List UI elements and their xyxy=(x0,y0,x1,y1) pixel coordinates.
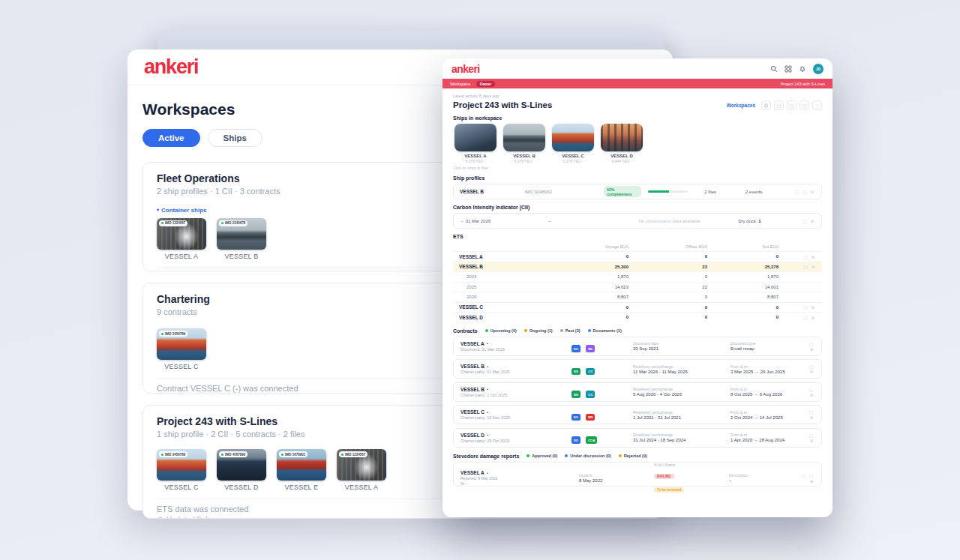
legend-upcoming[interactable]: Upcoming (0) xyxy=(485,328,517,333)
column-value: 3 Mar 2025 → 29 Jun 2025 xyxy=(730,370,802,374)
ets-row-2026[interactable]: 2026 8,807 0 8,807 xyxy=(453,292,822,302)
ship-name: VESSEL D xyxy=(460,433,484,438)
ship-filter-vessel-d[interactable]: VESSEL D 4,944 TEU · xyxy=(599,124,644,163)
tag-ms: MS xyxy=(586,414,595,421)
legend-documents[interactable]: Documents (1) xyxy=(588,328,622,333)
legend-under-discussion[interactable]: Under discussion (0) xyxy=(565,454,610,458)
ets-row-vessel-d[interactable]: VESSEL D 0 0 0 ▢ ⊕ xyxy=(453,312,822,322)
row-action-icons[interactable]: ▢ ▢ ⊕ xyxy=(795,189,815,194)
row-action-icons[interactable]: ▢ ⊕ xyxy=(778,304,816,310)
row-label: VESSEL A xyxy=(459,254,546,259)
bell-icon[interactable] xyxy=(799,65,806,73)
imo-number: IMO 4567890 xyxy=(225,453,245,457)
ship-thumbnail-vessel-c[interactable]: IMO 3456789 VESSEL C xyxy=(157,328,206,370)
container-ships-chip[interactable]: ▾ Container ships xyxy=(157,207,206,214)
cii-note: No consumption data available xyxy=(601,219,738,223)
ets-row-vessel-c[interactable]: VESSEL C 0 0 0 ▢ ⊕ xyxy=(453,302,822,313)
row-action-icons[interactable]: ▢ ⊕ xyxy=(802,364,814,374)
stevedore-row[interactable]: VESSEL A• Reported: 9 May 2022 Nr: - Inc… xyxy=(453,462,822,487)
ship-thumbnail-vessel-a[interactable]: IMO 1234567 VESSEL A xyxy=(157,218,206,260)
cii-row[interactable]: → 31 Mar 2026 – No consumption data avai… xyxy=(453,213,822,229)
offhire-eua: 22 xyxy=(628,285,707,289)
ships-filter-hint: Click on ships to filter xyxy=(453,166,822,170)
ship-profile-row[interactable]: VESSEL B IMO 9248162 52% completeness 2 … xyxy=(453,184,822,199)
tag-cc: CC xyxy=(586,391,595,398)
legend-rejected[interactable]: Rejected (0) xyxy=(619,454,647,458)
row-action-icons[interactable]: ▢ ⊕ xyxy=(802,387,814,397)
ship-thumbnail-vessel-c[interactable]: IMO 3456789 VESSEL C xyxy=(157,449,206,491)
ship-thumbnail-vessel-d[interactable]: IMO 4567890 VESSEL D xyxy=(217,449,266,491)
pin-button[interactable] xyxy=(761,100,771,110)
imo-badge: IMO 2345678 xyxy=(219,220,248,226)
column-value: 11 Mar 2026 - 11 May 2026 xyxy=(633,370,730,374)
row-label: 2024 xyxy=(459,274,546,279)
ship-teu: 6,175 TEU · xyxy=(550,159,596,163)
contract-row-2[interactable]: VESSEL B• Charter party: 11 Mar 2025 ES … xyxy=(453,359,822,379)
completeness-badge: 52% completeness xyxy=(604,186,641,197)
column-label: Kind / Status xyxy=(654,463,729,467)
column-label: From & to xyxy=(730,364,802,369)
archive-button[interactable]: ▢ xyxy=(800,100,809,110)
offhire-eua: 22 xyxy=(628,265,707,269)
column-value: 20 Sep 2021 xyxy=(633,346,730,351)
contract-tags: ES CC xyxy=(572,385,633,399)
green-dot-icon xyxy=(485,329,488,332)
tab-ships[interactable]: Ships xyxy=(208,129,262,147)
green-dot-icon xyxy=(341,454,344,456)
section-ship-profiles-title: Ship profiles xyxy=(453,175,822,181)
row-action-icons[interactable]: ▢ ⊕ xyxy=(778,254,816,259)
tab-active[interactable]: Active xyxy=(142,129,200,147)
ship-filter-vessel-c[interactable]: VESSEL C 6,175 TEU · xyxy=(550,124,596,163)
ship-photo xyxy=(552,124,594,151)
column-label: Document date xyxy=(633,341,730,346)
contract-row-4[interactable]: VESSEL C• Charter party: 19 Nov 2020 DO … xyxy=(453,405,822,424)
imo-number: IMO 3456789 xyxy=(165,453,185,457)
more-button[interactable]: ⋮ xyxy=(812,100,822,110)
files-button[interactable]: ▢ xyxy=(774,100,784,110)
row-action-icons[interactable]: ▢ ▢ ⊕ xyxy=(795,473,814,484)
row-action-icons[interactable]: ▢ ⊕ xyxy=(802,218,815,223)
ship-filter-vessel-b[interactable]: VESSEL B 6,078 TEU · xyxy=(502,124,547,163)
ship-filter-vessel-a[interactable]: VESSEL A 6,078 TEU · xyxy=(453,124,498,163)
ankeri-logo: ankeri xyxy=(452,63,480,75)
ship-thumbnail-vessel-a[interactable]: IMO 1234567 VESSEL A xyxy=(337,449,386,491)
ets-row-2024[interactable]: 2024 1,870 0 1,870 xyxy=(453,271,822,282)
row-action-icons[interactable]: ▢ ⊕ xyxy=(802,341,814,352)
apps-grid-icon[interactable] xyxy=(784,65,792,73)
blue-dot-icon xyxy=(565,454,568,457)
column-value: 31 Jul 2024 - 18 Sep 2024 xyxy=(633,438,730,442)
workspace-title: Project 243 with S-Lines xyxy=(453,100,552,109)
workspaces-link[interactable]: Workspaces xyxy=(727,103,755,108)
avatar[interactable]: JD xyxy=(813,64,824,74)
offhire-eua: 0 xyxy=(628,315,707,319)
column-label: Document type xyxy=(730,341,802,346)
orange-dot-icon xyxy=(524,329,527,332)
imo-badge: IMO 3456789 xyxy=(159,451,188,457)
tag-coa: COA xyxy=(586,436,597,444)
ship-name: VESSEL C xyxy=(550,154,596,158)
ets-row-2025[interactable]: 2025 14,623 22 14,601 xyxy=(453,282,822,292)
row-action-icons[interactable]: ▢ ⊕ xyxy=(802,433,814,443)
ship-thumbnail-vessel-e[interactable]: IMO 5678901 VESSEL E xyxy=(277,449,326,491)
voyage-eua: 1,870 xyxy=(546,274,628,279)
contract-row-3[interactable]: VESSEL B• Charter party: 1 Oct 2025 ES C… xyxy=(453,382,822,402)
duplicate-button[interactable]: ▢ xyxy=(787,100,796,110)
orange-dot-icon xyxy=(619,454,622,457)
ship-name: VESSEL B xyxy=(460,364,484,369)
search-icon[interactable] xyxy=(770,65,778,73)
contract-row-5[interactable]: VESSEL D• Charter party: 29 Oct 2019 DO … xyxy=(453,428,822,448)
legend-past[interactable]: Past (3) xyxy=(560,328,580,333)
desktop-background: ankeri Workspaces Active Ships Fleet Ope… xyxy=(0,0,960,560)
ship-thumbnail-vessel-b[interactable]: IMO 2345678 VESSEL B xyxy=(217,218,266,260)
updated-text: Updated 8 days ago xyxy=(166,516,234,519)
ets-row-vessel-a[interactable]: VESSEL A 0 0 0 ▢ ⊕ xyxy=(453,251,822,262)
row-action-icons[interactable]: ▢ ⊕ xyxy=(778,264,816,269)
ets-row-vessel-b[interactable]: VESSEL B 25,300 22 25,278 ▢ ⊕ xyxy=(453,262,822,272)
contract-row-1[interactable]: VESSEL A• Document: 31 Mar 2026 DO ML Do… xyxy=(453,337,822,356)
banner-breadcrumb: Workspace · xyxy=(450,82,473,86)
cii-empty-value: – xyxy=(548,219,601,223)
legend-approved[interactable]: Approved (0) xyxy=(526,454,557,458)
row-action-icons[interactable]: ▢ ⊕ xyxy=(802,409,814,420)
row-action-icons[interactable]: ▢ ⊕ xyxy=(778,315,816,320)
legend-ongoing[interactable]: Ongoing (1) xyxy=(524,328,553,333)
